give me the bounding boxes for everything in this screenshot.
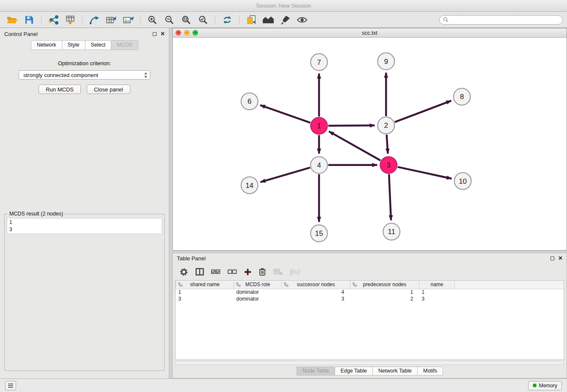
delete-columns-button[interactable] bbox=[259, 268, 266, 276]
close-panel-icon[interactable]: × bbox=[161, 30, 165, 37]
create-column-button[interactable] bbox=[244, 268, 251, 276]
tab-motifs[interactable]: Motifs bbox=[417, 367, 443, 375]
right-side: × − + scc.txt 7968124314101511 bbox=[172, 28, 567, 378]
control-panel-tabs: Network Style Select MCDS bbox=[0, 40, 169, 50]
tab-style[interactable]: Style bbox=[62, 40, 85, 50]
zoom-selected-icon bbox=[198, 15, 208, 25]
main-toolbar bbox=[0, 12, 567, 28]
memory-button[interactable]: Memory bbox=[528, 381, 562, 390]
column-header-mcds-role[interactable]: MCDS role bbox=[234, 281, 282, 289]
tab-select[interactable]: Select bbox=[85, 40, 112, 50]
combo-stepper-icon bbox=[144, 72, 148, 78]
column-header-name[interactable]: name bbox=[419, 281, 455, 289]
export-table-button[interactable] bbox=[103, 13, 119, 27]
table-row[interactable]: 3dominator323 bbox=[176, 295, 564, 302]
apply-style-button[interactable] bbox=[277, 13, 293, 27]
table-row[interactable]: 1dominator411 bbox=[176, 289, 564, 295]
graph-edge-3-11[interactable] bbox=[389, 174, 391, 221]
task-history-button[interactable] bbox=[5, 381, 16, 390]
column-header-shared-name[interactable]: shared name bbox=[176, 281, 234, 289]
table-cell: 3 bbox=[282, 295, 350, 302]
zoom-in-icon bbox=[148, 15, 157, 25]
graph-edge-1-2[interactable] bbox=[328, 125, 375, 126]
graph-node-label: 9 bbox=[384, 58, 388, 66]
table-horizontal-scrollbar[interactable] bbox=[175, 361, 564, 365]
zoom-out-button[interactable] bbox=[161, 13, 177, 27]
close-panel-button[interactable]: Close panel bbox=[87, 85, 130, 94]
show-column-panel-button[interactable] bbox=[195, 268, 204, 276]
tab-network[interactable]: Network bbox=[31, 40, 62, 50]
tab-network-table[interactable]: Network Table bbox=[372, 367, 418, 375]
export-image-button[interactable] bbox=[120, 13, 136, 27]
float-table-panel-icon[interactable] bbox=[550, 257, 554, 260]
toolbar-search[interactable] bbox=[439, 15, 563, 25]
column-hierarchy-icon bbox=[352, 282, 357, 288]
table-cell: 2 bbox=[350, 295, 419, 302]
column-header-predecessor-nodes[interactable]: predecessor nodes bbox=[350, 281, 419, 289]
close-window-icon[interactable]: × bbox=[176, 30, 181, 36]
window-titlebar: Session: New Session bbox=[0, 0, 567, 12]
refresh-icon bbox=[222, 15, 232, 25]
network-window-title: scc.txt bbox=[173, 30, 567, 36]
network-overview-button[interactable] bbox=[260, 13, 276, 27]
main-content: Control Panel × Network Style Select MCD… bbox=[0, 28, 567, 378]
tab-edge-table[interactable]: Edge Table bbox=[335, 367, 373, 375]
open-session-button[interactable] bbox=[4, 13, 20, 27]
select-all-columns-button[interactable] bbox=[211, 269, 220, 275]
network-window-titlebar: × − + scc.txt bbox=[173, 28, 567, 38]
show-graphics-details-button[interactable] bbox=[294, 13, 310, 27]
export-image-icon bbox=[123, 15, 134, 25]
toolbar-separator bbox=[41, 15, 41, 25]
panel-splitter[interactable] bbox=[169, 28, 172, 378]
delete-table-button[interactable] bbox=[273, 268, 283, 276]
criterion-select[interactable]: strongly connected component bbox=[19, 70, 150, 80]
graph-edge-2-3[interactable] bbox=[387, 135, 388, 154]
float-panel-icon[interactable] bbox=[153, 32, 157, 36]
close-table-panel-icon[interactable]: × bbox=[559, 255, 562, 262]
zoom-fit-button[interactable] bbox=[178, 13, 194, 27]
table-panel-header: Table Panel × bbox=[173, 253, 567, 263]
zoom-fit-icon bbox=[182, 15, 191, 25]
homes-icon bbox=[262, 15, 275, 25]
memory-status-icon bbox=[533, 384, 537, 387]
trash-icon bbox=[259, 268, 266, 276]
run-mcds-button[interactable]: Run MCDS bbox=[39, 85, 81, 94]
graph-node-label: 1 bbox=[317, 122, 321, 130]
toolbar-separator bbox=[82, 15, 83, 25]
criterion-selected-value: strongly connected component bbox=[23, 72, 98, 78]
tab-mcds[interactable]: MCDS bbox=[111, 40, 138, 50]
mcds-result-text[interactable]: 1 3 bbox=[7, 218, 162, 234]
column-header-successor-nodes[interactable]: successor nodes bbox=[282, 281, 350, 289]
list-icon bbox=[8, 383, 14, 388]
mcds-panel-body: Optimization criterion: strongly connect… bbox=[0, 50, 169, 378]
refresh-view-button[interactable] bbox=[219, 13, 235, 27]
graph-edge-2-8[interactable] bbox=[395, 101, 451, 122]
export-network-icon bbox=[89, 15, 99, 25]
graph-edge-4-14[interactable] bbox=[260, 168, 310, 182]
search-input[interactable] bbox=[451, 17, 559, 23]
export-network-button[interactable] bbox=[86, 13, 102, 27]
table-cell: 1 bbox=[350, 289, 419, 295]
clone-network-button[interactable] bbox=[243, 13, 259, 27]
zoom-window-icon[interactable]: + bbox=[193, 30, 198, 36]
import-table-button[interactable] bbox=[62, 13, 78, 27]
graph-edge-3-1[interactable] bbox=[329, 131, 380, 160]
table-cell: 1 bbox=[419, 289, 455, 295]
zoom-in-button[interactable] bbox=[144, 13, 160, 27]
network-graph: 7968124314101511 bbox=[173, 38, 567, 250]
network-canvas[interactable]: 7968124314101511 bbox=[173, 38, 567, 250]
zoom-selected-button[interactable] bbox=[195, 13, 211, 27]
import-network-button[interactable] bbox=[45, 13, 61, 27]
table-mode-button[interactable] bbox=[179, 268, 188, 276]
minimize-window-icon[interactable]: − bbox=[184, 30, 190, 36]
graph-edge-3-10[interactable] bbox=[398, 167, 452, 179]
table-panel-title: Table Panel bbox=[177, 255, 206, 262]
save-session-button[interactable] bbox=[21, 13, 37, 27]
tab-node-table[interactable]: Node Table bbox=[297, 367, 335, 375]
deselect-all-columns-button[interactable] bbox=[228, 269, 237, 275]
node-table-body: 1dominator4113dominator323 bbox=[176, 289, 564, 302]
graph-edge-1-6[interactable] bbox=[260, 105, 310, 123]
mcds-result-line: 1 bbox=[9, 219, 160, 226]
eye-icon bbox=[297, 16, 308, 24]
function-builder-button[interactable]: f(x) bbox=[290, 268, 300, 276]
